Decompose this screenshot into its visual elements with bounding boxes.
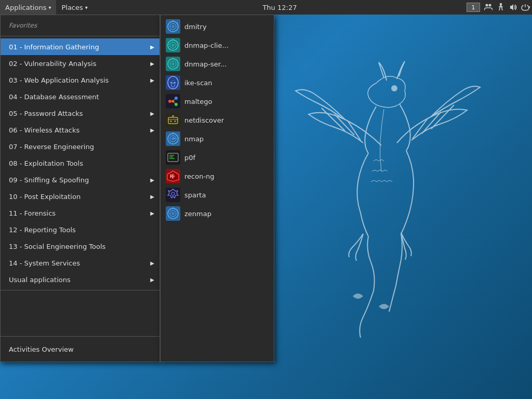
app-dnmap-server[interactable]: dnmap-ser...	[161, 55, 274, 73]
workspace-indicator[interactable]: 1	[467, 3, 480, 12]
dnmap-server-icon	[166, 57, 180, 71]
submenu-arrow-forensics: ▶	[150, 210, 154, 216]
antenna-icon[interactable]	[495, 0, 507, 15]
svg-point-2	[489, 4, 491, 7]
recon-ng-icon: R	[166, 169, 180, 183]
menu-item-password-attacks[interactable]: 05 - Password Attacks ▶	[1, 105, 159, 122]
zenmap-icon	[166, 206, 180, 221]
app-maltego[interactable]: maltego	[161, 92, 274, 111]
people-icon[interactable]	[482, 0, 495, 15]
app-dnmap-client[interactable]: dnmap-clie...	[161, 36, 274, 55]
places-label: Places	[61, 4, 83, 11]
svg-point-50	[170, 210, 176, 217]
svg-point-21	[171, 82, 172, 84]
svg-point-13	[170, 42, 176, 48]
menu-item-forensics[interactable]: 11 - Forensics ▶	[1, 205, 159, 221]
submenu-arrow-sniff: ▶	[150, 177, 154, 183]
dragon-logo	[272, 42, 490, 353]
svg-rect-42	[168, 153, 178, 162]
menu-item-web-app[interactable]: 03 - Web Application Analysis ▶	[1, 72, 159, 88]
app-netdiscover[interactable]: netdiscover	[161, 111, 274, 129]
svg-text:R: R	[170, 174, 173, 179]
maltego-icon	[166, 94, 180, 109]
dnmap-client-icon	[166, 38, 180, 52]
ike-scan-icon	[166, 75, 180, 90]
svg-rect-32	[170, 121, 172, 122]
submenu-arrow-wireless: ▶	[150, 127, 154, 133]
svg-point-6	[500, 4, 502, 5]
svg-point-36	[168, 134, 178, 144]
svg-point-37	[170, 136, 176, 142]
submenu-arrow-svc: ▶	[150, 260, 154, 266]
app-dmitry[interactable]: dmitry	[161, 17, 274, 36]
app-recon-ng[interactable]: R recon-ng	[161, 167, 274, 185]
panel-left: Applications ▾ Places ▾	[0, 0, 93, 15]
svg-point-9	[172, 25, 174, 28]
svg-line-27	[171, 101, 172, 101]
submenu-arrow-usual: ▶	[150, 277, 154, 283]
svg-point-1	[486, 4, 488, 7]
svg-point-49	[168, 208, 178, 219]
volume-icon[interactable]	[507, 0, 520, 15]
menu-item-exploit-tools[interactable]: 08 - Exploitation Tools	[1, 155, 159, 171]
panel-right: 1 ▾	[467, 0, 532, 15]
svg-point-14	[172, 44, 174, 46]
menu-item-info-gathering[interactable]: 01 - Information Gathering ▶	[1, 38, 159, 55]
menu-separator-1	[1, 36, 159, 36]
menu-separator-2	[1, 290, 159, 290]
activities-overview-button[interactable]: Activities Overview	[1, 339, 159, 360]
dmitry-icon	[166, 19, 180, 34]
submenu-arrow-info: ▶	[150, 44, 154, 50]
menu-container: Favorites 01 - Information Gathering ▶ 0…	[0, 15, 274, 362]
panel-clock: Thu 12:27	[93, 4, 467, 11]
applications-menu: Favorites 01 - Information Gathering ▶ 0…	[0, 15, 160, 362]
svg-line-29	[174, 102, 176, 104]
menu-separator-3	[1, 336, 159, 337]
app-sparta[interactable]: sparta	[161, 185, 274, 204]
submenu-arrow-post: ▶	[150, 194, 154, 200]
app-zenmap[interactable]: zenmap	[161, 204, 274, 223]
places-menu-button[interactable]: Places ▾	[56, 0, 92, 15]
favorites-header: Favorites	[1, 17, 159, 34]
places-arrow: ▾	[85, 5, 88, 10]
applications-arrow: ▾	[48, 5, 51, 10]
app-ike-scan[interactable]: ike-scan	[161, 73, 274, 92]
menu-item-db-assessment[interactable]: 04 - Database Assessment	[1, 88, 159, 105]
nmap-icon	[166, 131, 180, 146]
svg-line-41	[173, 138, 175, 139]
svg-line-28	[174, 99, 176, 101]
top-panel: Applications ▾ Places ▾ Thu 12:27 1 ▾	[0, 0, 532, 15]
svg-point-18	[172, 63, 174, 65]
submenu-arrow-password: ▶	[150, 111, 154, 116]
menu-item-usual-apps[interactable]: Usual applications ▶	[1, 271, 159, 288]
menu-item-system-svc[interactable]: 14 - System Services ▶	[1, 255, 159, 271]
svg-rect-30	[168, 117, 178, 124]
menu-spacer	[1, 292, 159, 334]
app-p0f[interactable]: p0f	[161, 148, 274, 167]
menu-item-reporting[interactable]: 12 - Reporting Tools	[1, 221, 159, 238]
svg-rect-33	[174, 121, 176, 122]
menu-item-wireless-attacks[interactable]: 06 - Wireless Attacks ▶	[1, 122, 159, 138]
svg-point-23	[168, 100, 171, 103]
netdiscover-icon	[166, 113, 180, 127]
submenu-info-gathering: dmitry dnmap-clie...	[160, 15, 274, 362]
menu-item-post-exploit[interactable]: 10 - Post Exploitation ▶	[1, 188, 159, 205]
svg-point-22	[174, 82, 176, 84]
svg-point-16	[168, 59, 178, 69]
svg-point-51	[172, 212, 174, 215]
menu-item-social-eng[interactable]: 13 - Social Engineering Tools	[1, 238, 159, 255]
menu-item-sniff-spoof[interactable]: 09 - Sniffing & Spoofing ▶	[1, 171, 159, 188]
submenu-arrow-web: ▶	[150, 77, 154, 83]
p0f-icon	[166, 150, 180, 165]
menu-item-vuln-analysis[interactable]: 02 - Vulnerability Analysis ▶	[1, 55, 159, 72]
menu-item-reverse-eng[interactable]: 07 - Reverse Engineering	[1, 138, 159, 155]
svg-point-17	[170, 61, 176, 67]
app-nmap[interactable]: nmap	[161, 129, 274, 148]
submenu-arrow-vuln: ▶	[150, 61, 154, 66]
applications-menu-button[interactable]: Applications ▾	[0, 0, 56, 15]
sparta-icon	[166, 188, 180, 202]
svg-point-7	[168, 21, 178, 32]
svg-point-0	[392, 86, 397, 91]
svg-point-8	[170, 23, 176, 30]
power-icon[interactable]: ▾	[520, 0, 532, 15]
